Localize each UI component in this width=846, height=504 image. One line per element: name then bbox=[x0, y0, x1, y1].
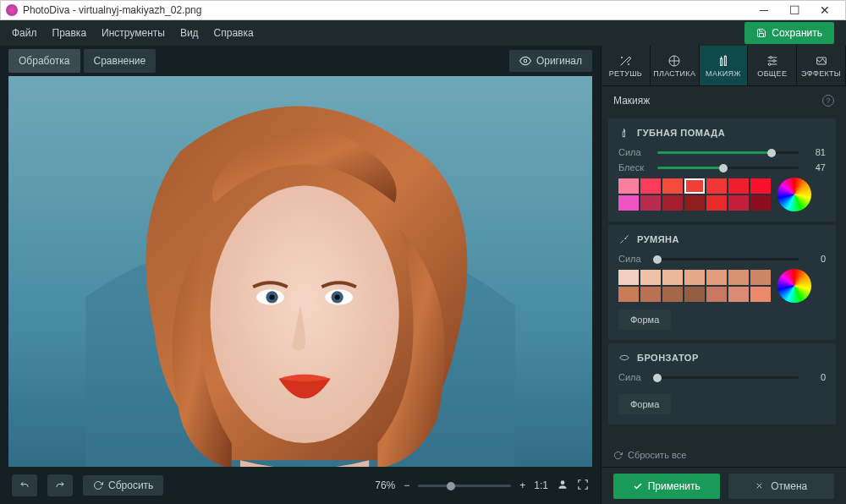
main-area: Обработка Сравнение Оригинал bbox=[0, 46, 846, 504]
bronzer-icon bbox=[618, 352, 630, 364]
bronzer-strength-slider[interactable] bbox=[657, 376, 799, 379]
lipstick-gloss-slider[interactable] bbox=[657, 167, 799, 169]
section-blush: РУМЯНА Сила 0 Форма bbox=[608, 225, 836, 340]
canvas-bottom-bar: Сбросить 76% − + 1:1 bbox=[0, 467, 601, 504]
menu-edit[interactable]: Правка bbox=[52, 27, 87, 39]
window-titlebar: PhotoDiva - virtualnyj-makiyazh_02.png ─… bbox=[0, 0, 846, 20]
help-icon[interactable]: ? bbox=[822, 95, 834, 107]
svg-rect-13 bbox=[721, 58, 722, 65]
reset-button[interactable]: Сбросить bbox=[83, 475, 163, 496]
blush-strength-value: 0 bbox=[805, 254, 826, 264]
tab-effects[interactable]: ЭФФЕКТЫ bbox=[797, 46, 846, 85]
original-toggle[interactable]: Оригинал bbox=[509, 50, 592, 72]
refresh-icon bbox=[93, 480, 103, 490]
color-swatch[interactable] bbox=[618, 178, 639, 194]
svg-point-5 bbox=[269, 294, 274, 299]
section-blush-head[interactable]: РУМЯНА bbox=[618, 233, 826, 245]
color-swatch[interactable] bbox=[618, 195, 639, 211]
image-canvas[interactable] bbox=[8, 76, 592, 467]
color-swatch[interactable] bbox=[706, 270, 727, 285]
close-button[interactable]: ✕ bbox=[810, 1, 840, 19]
color-swatch[interactable] bbox=[684, 195, 705, 211]
blush-strength-slider[interactable] bbox=[657, 258, 799, 260]
cancel-button[interactable]: Отмена bbox=[728, 474, 835, 499]
makeup-scroll-panel[interactable]: ГУБНАЯ ПОМАДА Сила 81 Блеск 47 bbox=[602, 115, 846, 443]
section-lipstick: ГУБНАЯ ПОМАДА Сила 81 Блеск 47 bbox=[608, 118, 836, 222]
apply-button[interactable]: Применить bbox=[613, 474, 720, 499]
color-swatch[interactable] bbox=[750, 178, 771, 194]
color-swatch[interactable] bbox=[706, 178, 727, 194]
canvas-toolbar: Обработка Сравнение Оригинал bbox=[0, 46, 601, 76]
color-swatch[interactable] bbox=[706, 195, 727, 211]
color-swatch[interactable] bbox=[662, 270, 683, 285]
color-swatch[interactable] bbox=[640, 287, 661, 302]
fit-screen-icon[interactable] bbox=[557, 479, 569, 493]
color-swatch[interactable] bbox=[728, 178, 749, 194]
save-button[interactable]: Сохранить bbox=[744, 22, 834, 44]
color-swatch[interactable] bbox=[662, 287, 683, 302]
zoom-slider[interactable] bbox=[418, 485, 511, 487]
color-swatch[interactable] bbox=[662, 178, 683, 194]
tab-compare[interactable]: Сравнение bbox=[84, 49, 157, 73]
svg-point-11 bbox=[629, 63, 629, 64]
color-swatch[interactable] bbox=[640, 178, 661, 194]
maximize-button[interactable]: ☐ bbox=[779, 1, 810, 19]
eye-icon bbox=[519, 55, 531, 67]
color-swatch[interactable] bbox=[750, 270, 771, 285]
save-label: Сохранить bbox=[772, 27, 822, 39]
color-swatch[interactable] bbox=[728, 270, 749, 285]
tab-plastic[interactable]: ПЛАСТИКА bbox=[651, 46, 700, 85]
zoom-plus[interactable]: + bbox=[519, 479, 525, 491]
zoom-ratio[interactable]: 1:1 bbox=[534, 479, 548, 491]
blush-strength-row: Сила 0 bbox=[618, 254, 826, 264]
portrait-placeholder bbox=[8, 76, 592, 467]
color-swatch[interactable] bbox=[684, 178, 705, 194]
color-swatch[interactable] bbox=[684, 287, 705, 302]
lipstick-strength-slider[interactable] bbox=[657, 151, 799, 154]
lipstick-strength-row: Сила 81 bbox=[618, 147, 826, 157]
color-swatch[interactable] bbox=[640, 195, 661, 211]
color-swatch[interactable] bbox=[662, 195, 683, 211]
minimize-button[interactable]: ─ bbox=[749, 1, 779, 19]
color-swatch[interactable] bbox=[618, 287, 639, 302]
menu-tools[interactable]: Инструменты bbox=[102, 27, 165, 39]
color-swatch[interactable] bbox=[750, 287, 771, 302]
bronzer-strength-value: 0 bbox=[805, 372, 826, 382]
color-swatch[interactable] bbox=[618, 270, 639, 285]
tab-makeup[interactable]: МАКИЯЖ bbox=[700, 46, 749, 85]
menubar: Файл Правка Инструменты Вид Справка Сохр… bbox=[0, 20, 846, 46]
app-logo-icon bbox=[6, 4, 18, 16]
section-lipstick-head[interactable]: ГУБНАЯ ПОМАДА bbox=[618, 127, 826, 139]
menu-help[interactable]: Справка bbox=[214, 27, 254, 39]
tab-retouch[interactable]: РЕТУШЬ bbox=[602, 46, 651, 85]
color-swatch[interactable] bbox=[706, 287, 727, 302]
blush-form-button[interactable]: Форма bbox=[618, 310, 671, 330]
tab-process[interactable]: Обработка bbox=[8, 49, 80, 73]
window-title: PhotoDiva - virtualnyj-makiyazh_02.png bbox=[23, 4, 749, 16]
bronzer-strength-row: Сила 0 bbox=[618, 372, 826, 382]
lipstick-color-wheel[interactable] bbox=[777, 178, 811, 211]
blush-color-wheel[interactable] bbox=[777, 269, 811, 303]
bronzer-form-button[interactable]: Форма bbox=[618, 394, 671, 414]
svg-rect-22 bbox=[623, 132, 624, 137]
sidebar-tabs: РЕТУШЬ ПЛАСТИКА МАКИЯЖ ОБЩЕЕ ЭФФЕКТЫ bbox=[602, 46, 846, 86]
fullscreen-icon[interactable] bbox=[577, 479, 589, 493]
lipstick-icon bbox=[618, 127, 630, 139]
right-sidebar: РЕТУШЬ ПЛАСТИКА МАКИЯЖ ОБЩЕЕ ЭФФЕКТЫ Мак… bbox=[601, 46, 846, 504]
menu-file[interactable]: Файл bbox=[12, 27, 37, 39]
original-label: Оригинал bbox=[536, 55, 582, 67]
zoom-minus[interactable]: − bbox=[404, 479, 409, 491]
color-swatch[interactable] bbox=[640, 270, 661, 285]
section-bronzer-head[interactable]: БРОНЗАТОР bbox=[618, 352, 826, 364]
menu-view[interactable]: Вид bbox=[180, 27, 199, 39]
redo-button[interactable] bbox=[47, 474, 73, 496]
undo-button[interactable] bbox=[12, 474, 37, 496]
color-swatch[interactable] bbox=[728, 287, 749, 302]
reset-all-button[interactable]: Сбросить все bbox=[602, 443, 846, 467]
color-swatch[interactable] bbox=[684, 270, 705, 285]
color-swatch[interactable] bbox=[728, 195, 749, 211]
color-swatch[interactable] bbox=[750, 195, 771, 211]
lipstick-swatches bbox=[618, 178, 826, 211]
tab-general[interactable]: ОБЩЕЕ bbox=[748, 46, 797, 85]
panel-header: Макияж ? bbox=[602, 86, 846, 115]
